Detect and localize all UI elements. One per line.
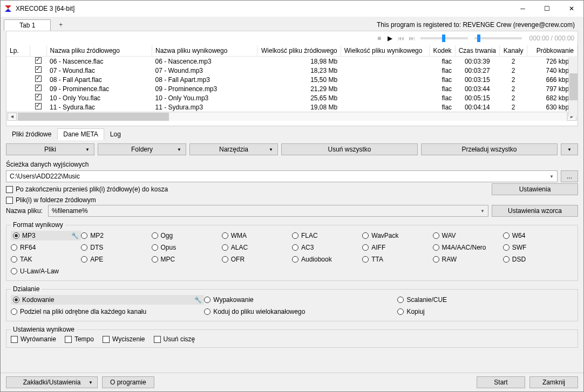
table-row[interactable]: 09 - Prominence.flac09 - Prominence.mp32… bbox=[6, 84, 578, 93]
format-radio-mpc[interactable]: MPC bbox=[152, 255, 222, 264]
format-radio-audiobook[interactable]: Audiobook bbox=[292, 255, 362, 264]
format-radio-opus[interactable]: Opus bbox=[152, 243, 222, 252]
format-radio-ulawalaw[interactable]: U-Law/A-Law bbox=[11, 266, 81, 276]
format-radio-m4aaacnero[interactable]: M4A/AAC/Nero bbox=[433, 243, 503, 252]
row-checkbox[interactable] bbox=[35, 94, 42, 100]
tabs-settings-dropdown[interactable]: Zakładki/Ustawienia▼ bbox=[6, 376, 98, 388]
files-dropdown[interactable]: Pliki▼ bbox=[6, 143, 94, 155]
format-radio-wavpack[interactable]: WavPack bbox=[362, 231, 432, 240]
action-copy-radio[interactable]: Kopiuj bbox=[397, 307, 573, 317]
volume-slider[interactable] bbox=[474, 37, 522, 39]
horizontal-scrollbar[interactable]: ◄ ► bbox=[6, 112, 578, 121]
format-radio-ape[interactable]: APE bbox=[81, 255, 151, 264]
stop-button[interactable]: ■ bbox=[374, 33, 385, 44]
file-panel: ■ ▶ ⏮ ⏭ 000:00 / 000:00 Lp. Nazwa pliku … bbox=[6, 31, 578, 126]
format-radio-wma[interactable]: WMA bbox=[222, 231, 292, 240]
tab-log[interactable]: Log bbox=[104, 128, 127, 140]
play-button[interactable]: ▶ bbox=[385, 33, 396, 44]
seek-slider[interactable] bbox=[420, 37, 468, 39]
next-button[interactable]: ⏭ bbox=[406, 33, 417, 44]
col-src[interactable]: Nazwa pliku źródłowego bbox=[46, 45, 152, 57]
scroll-left-icon[interactable]: ◄ bbox=[8, 113, 17, 121]
format-radio-raw[interactable]: RAW bbox=[433, 255, 503, 264]
close-button[interactable]: ✕ bbox=[559, 1, 583, 17]
col-dur[interactable]: Czas trwania bbox=[455, 45, 499, 57]
format-radio-mp2[interactable]: MP2 bbox=[81, 231, 151, 240]
tools-dropdown[interactable]: Narzędzia▼ bbox=[189, 143, 278, 155]
mute-checkbox[interactable]: Wyciszenie bbox=[103, 335, 145, 343]
panel-tabs: Pliki źródłowe Dane META Log bbox=[6, 128, 578, 140]
output-path-combo[interactable]: C:\Users\ADD222\Music▼ bbox=[6, 170, 558, 182]
toolbar-extra-dropdown[interactable]: ▼ bbox=[561, 143, 578, 155]
row-checkbox[interactable] bbox=[35, 75, 42, 82]
wrench-icon[interactable]: 🔧 bbox=[71, 232, 79, 239]
format-radio-tta[interactable]: TTA bbox=[362, 255, 432, 264]
tab-1[interactable]: Tab 1 bbox=[4, 19, 51, 31]
format-radio-aiff[interactable]: AIFF bbox=[362, 243, 432, 252]
start-button[interactable]: Start bbox=[477, 376, 525, 388]
col-rate[interactable]: Próbkowanie bbox=[527, 45, 578, 57]
action-split-radio[interactable]: Podziel na pliki odrębne dla każdego kan… bbox=[11, 307, 204, 317]
format-radio-dts[interactable]: DTS bbox=[81, 243, 151, 252]
format-radio-dsd[interactable]: DSD bbox=[503, 255, 573, 264]
time-display: 000:00 / 000:00 bbox=[525, 35, 574, 42]
format-radio-ac3[interactable]: AC3 bbox=[292, 243, 362, 252]
remove-all-button[interactable]: Usuń wszystko bbox=[281, 143, 418, 155]
col-codec[interactable]: Kodek bbox=[430, 45, 455, 57]
format-radio-flac[interactable]: FLAC bbox=[292, 231, 362, 240]
col-check[interactable] bbox=[30, 45, 46, 57]
tempo-checkbox[interactable]: Tempo bbox=[65, 335, 94, 343]
format-radio-ofr[interactable]: OFR bbox=[222, 255, 292, 264]
vertical-scrollbar[interactable] bbox=[568, 57, 578, 116]
action-merge-radio[interactable]: Scalanie/CUE bbox=[397, 295, 573, 305]
move-to-trash-checkbox[interactable]: Po zakończeniu przenieś plik(i) źródłowy… bbox=[6, 185, 168, 193]
settings-button[interactable]: Ustawienia bbox=[492, 183, 578, 195]
format-radio-ogg[interactable]: Ogg bbox=[152, 231, 222, 240]
about-button[interactable]: O programie bbox=[102, 376, 154, 388]
footer-bar: Zakładki/Ustawienia▼ O programie Start Z… bbox=[1, 373, 583, 391]
in-source-folder-checkbox[interactable]: Plik(i) w folderze źródłowym bbox=[6, 196, 96, 204]
folders-dropdown[interactable]: Foldery▼ bbox=[98, 143, 186, 155]
row-checkbox[interactable] bbox=[35, 85, 42, 91]
col-dstsize[interactable]: Wielkość pliku wynikowego bbox=[341, 45, 430, 57]
row-checkbox[interactable] bbox=[35, 66, 42, 73]
tab-add-button[interactable]: + bbox=[53, 19, 69, 31]
col-ch[interactable]: Kanały bbox=[499, 45, 527, 57]
prev-button[interactable]: ⏮ bbox=[396, 33, 406, 44]
format-radio-w64[interactable]: W64 bbox=[503, 231, 573, 240]
format-radio-alac[interactable]: ALAC bbox=[222, 243, 292, 252]
format-radio-swf[interactable]: SWF bbox=[503, 243, 573, 252]
col-dst[interactable]: Nazwa pliku wynikowego bbox=[152, 45, 257, 57]
action-encode-radio[interactable]: Kodowanie🔧 bbox=[11, 295, 204, 305]
tab-meta[interactable]: Dane META bbox=[57, 128, 104, 140]
minimize-button[interactable]: ─ bbox=[511, 1, 535, 17]
tab-source-files[interactable]: Pliki źródłowe bbox=[6, 128, 57, 140]
wrench-icon[interactable]: 🔧 bbox=[194, 297, 202, 304]
file-grid[interactable]: Lp. Nazwa pliku źródłowego Nazwa pliku w… bbox=[6, 45, 578, 126]
row-checkbox[interactable] bbox=[35, 57, 42, 64]
row-checkbox[interactable] bbox=[35, 103, 42, 109]
filename-pattern-combo[interactable]: %filename%▼ bbox=[48, 205, 488, 217]
align-checkbox[interactable]: Wyrównanie bbox=[11, 335, 56, 343]
format-radio-tak[interactable]: TAK bbox=[11, 255, 81, 264]
col-srcsize[interactable]: Wielkość pliku źródłowego bbox=[257, 45, 341, 57]
svg-marker-0 bbox=[5, 5, 11, 9]
table-row[interactable]: 08 - Fall Apart.flac08 - Fall Apart.mp31… bbox=[6, 75, 578, 84]
reload-all-button[interactable]: Przeładuj wszystko bbox=[421, 143, 558, 155]
table-row[interactable]: 06 - Nascence.flac06 - Nascence.mp318,98… bbox=[6, 57, 578, 66]
col-lp[interactable]: Lp. bbox=[6, 45, 30, 57]
format-radio-mp3[interactable]: MP3🔧 bbox=[11, 231, 81, 240]
action-extract-radio[interactable]: Wypakowanie bbox=[204, 295, 397, 305]
action-multich-radio[interactable]: Koduj do pliku wielokanałowego bbox=[204, 307, 397, 317]
maximize-button[interactable]: ☐ bbox=[535, 1, 559, 17]
table-row[interactable]: 10 - Only You.flac10 - Only You.mp325,65… bbox=[6, 93, 578, 102]
table-row[interactable]: 11 - Sydura.flac11 - Sydura.mp319,08 Mb … bbox=[6, 102, 578, 112]
browse-button[interactable]: ... bbox=[561, 170, 578, 182]
filename-label: Nazwa pliku: bbox=[6, 207, 45, 215]
close-app-button[interactable]: Zamknij bbox=[529, 376, 578, 388]
pattern-settings-button[interactable]: Ustawienia wzorca bbox=[492, 205, 578, 217]
format-radio-wav[interactable]: WAV bbox=[433, 231, 503, 240]
format-radio-rf64[interactable]: RF64 bbox=[11, 243, 81, 252]
trim-silence-checkbox[interactable]: Usuń ciszę bbox=[154, 335, 195, 343]
table-row[interactable]: 07 - Wound.flac07 - Wound.mp318,23 Mb fl… bbox=[6, 66, 578, 75]
